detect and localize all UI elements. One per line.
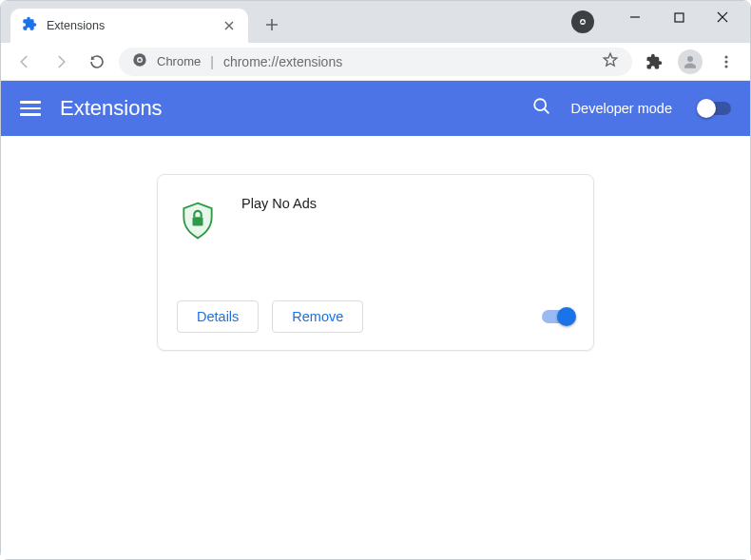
svg-point-7 [724, 55, 727, 58]
browser-window: Extensions [0, 0, 751, 560]
extensions-grid: Play No Ads Details Remove [1, 136, 750, 389]
tab-strip: Extensions [1, 1, 750, 43]
search-icon[interactable] [531, 96, 552, 121]
chrome-logo-icon [132, 52, 147, 70]
browser-tab[interactable]: Extensions [10, 9, 248, 43]
svg-rect-11 [193, 217, 203, 225]
extension-name: Play No Ads [241, 196, 317, 287]
page-content: Extensions Developer mode [1, 81, 750, 559]
extensions-header: Extensions Developer mode [1, 81, 750, 136]
back-button[interactable] [10, 48, 39, 76]
bookmark-star-icon[interactable] [602, 51, 619, 71]
incognito-indicator-icon[interactable] [571, 10, 594, 33]
extension-enable-toggle[interactable] [542, 310, 574, 323]
url-scheme-label: Chrome [157, 54, 201, 68]
address-bar: Chrome | chrome://extensions [1, 43, 750, 81]
hamburger-menu-icon[interactable] [20, 97, 41, 120]
forward-button[interactable] [47, 48, 75, 76]
close-window-button[interactable] [701, 1, 744, 33]
kebab-menu-icon[interactable] [712, 48, 741, 76]
svg-point-6 [687, 56, 693, 62]
tab-title: Extensions [47, 19, 212, 32]
close-tab-button[interactable] [221, 18, 237, 33]
omnibox[interactable]: Chrome | chrome://extensions [119, 48, 632, 76]
minimize-button[interactable] [613, 1, 657, 33]
developer-mode-toggle[interactable] [699, 102, 731, 115]
page-title: Extensions [60, 96, 512, 121]
url-text: chrome://extensions [223, 54, 342, 69]
developer-mode-label: Developer mode [571, 101, 672, 116]
svg-point-10 [534, 99, 546, 110]
window-controls [613, 1, 744, 33]
new-tab-button[interactable] [258, 10, 286, 39]
maximize-button[interactable] [657, 1, 701, 33]
svg-rect-2 [675, 13, 684, 22]
extension-shield-icon [177, 200, 219, 241]
extension-puzzle-icon [22, 16, 37, 35]
svg-point-5 [138, 58, 141, 61]
extensions-puzzle-icon[interactable] [640, 48, 668, 76]
url-divider: | [210, 54, 214, 69]
remove-button[interactable]: Remove [272, 300, 363, 333]
reload-button[interactable] [83, 48, 111, 76]
svg-point-9 [724, 65, 727, 68]
details-button[interactable]: Details [177, 300, 259, 333]
svg-point-8 [724, 60, 727, 63]
extension-card: Play No Ads Details Remove [157, 174, 594, 351]
profile-avatar[interactable] [676, 48, 704, 76]
